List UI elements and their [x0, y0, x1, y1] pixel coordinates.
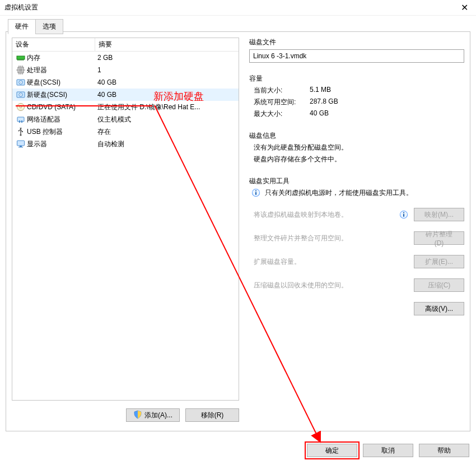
system-free-value: 287.8 GB [310, 97, 338, 107]
cpu-icon [15, 66, 27, 75]
svg-rect-5 [22, 59, 22, 61]
svg-rect-2 [18, 59, 19, 61]
remove-button-label: 移除(R) [201, 411, 224, 420]
disk-util-label: 磁盘实用工具 [249, 176, 464, 186]
disk-util-note: 只有关闭虚拟机电源时，才能使用磁盘实用工具。 [265, 188, 413, 198]
hw-device: 内存 [27, 53, 97, 63]
svg-rect-29 [22, 131, 23, 132]
add-button-label: 添加(A)... [144, 411, 172, 420]
tab-options[interactable]: 选项 [35, 19, 63, 34]
svg-rect-32 [20, 146, 22, 147]
svg-rect-26 [19, 120, 20, 123]
map-button[interactable]: 映射(M)... [414, 208, 464, 221]
hw-row[interactable]: 处理器1 [12, 64, 239, 76]
util-compact-text: 压缩磁盘以回收未使用的空间。 [254, 281, 414, 290]
hw-device: USB 控制器 [27, 127, 97, 137]
disk-file-label: 磁盘文件 [249, 38, 464, 47]
disk-file-field[interactable]: Linux 6 -3-1.vmdk [249, 49, 464, 63]
current-size-label: 当前大小: [254, 86, 310, 95]
disk-info-label: 磁盘信息 [249, 131, 464, 141]
hw-row[interactable]: USB 控制器存在 [12, 125, 239, 138]
svg-rect-27 [21, 120, 22, 123]
svg-rect-31 [17, 141, 25, 146]
hw-device: 新硬盘(SCSI) [27, 90, 97, 100]
hw-list-header: 设备 摘要 [12, 38, 239, 52]
hw-summary: 40 GB [97, 78, 239, 86]
svg-rect-3 [20, 59, 20, 61]
util-expand-text: 扩展磁盘容量。 [254, 257, 414, 267]
hw-device: 网络适配器 [27, 115, 97, 124]
disk-icon [15, 78, 27, 87]
svg-rect-25 [17, 117, 24, 122]
help-button[interactable]: 帮助 [419, 444, 469, 457]
hw-row[interactable]: CD/DVD (SATA)正在使用文件 D:\镜像\Red Hat E... [12, 101, 239, 113]
tab-hardware[interactable]: 硬件 [8, 19, 36, 34]
util-defrag-text: 整理文件碎片并整合可用空间。 [254, 234, 414, 243]
window-title: 虚拟机设置 [4, 3, 38, 12]
defrag-button[interactable]: 碎片整理(D) [414, 231, 464, 245]
tabs: 硬件 选项 [8, 19, 63, 34]
capacity-label: 容量 [249, 74, 464, 83]
dialog-buttons: 确定 取消 帮助 [307, 444, 469, 457]
current-size-value: 5.1 MB [310, 86, 331, 95]
cd-icon [15, 103, 27, 111]
hw-summary: 2 GB [97, 54, 239, 62]
util-map-text: 将该虚拟机磁盘映射到本地卷。 [254, 210, 399, 220]
hw-row[interactable]: 新硬盘(SCSI)40 GB [12, 89, 239, 101]
svg-point-22 [20, 94, 21, 95]
usb-icon [15, 127, 27, 136]
cancel-button[interactable]: 取消 [363, 444, 413, 457]
shield-icon [133, 410, 142, 421]
disk-info-line2: 硬盘内容存储在多个文件中。 [249, 155, 464, 164]
disk-info-line1: 没有为此硬盘预分配磁盘空间。 [249, 143, 464, 152]
hw-header-device: 设备 [12, 38, 95, 51]
info-icon [251, 188, 260, 199]
hw-device: CD/DVD (SATA) [27, 103, 97, 111]
svg-rect-33 [18, 147, 23, 147]
system-free-label: 系统可用空间: [254, 97, 310, 107]
hw-summary: 40 GB [97, 91, 239, 99]
hw-device: 硬盘(SCSI) [27, 78, 97, 87]
hw-summary: 存在 [97, 127, 239, 137]
info-icon [399, 210, 408, 219]
ok-button[interactable]: 确定 [307, 444, 357, 457]
close-icon[interactable]: ✕ [457, 1, 472, 15]
detail-panel: 磁盘文件 Linux 6 -3-1.vmdk 容量 当前大小: 5.1 MB 系… [239, 38, 464, 401]
svg-point-24 [20, 106, 21, 108]
hw-summary: 自动检测 [97, 140, 239, 149]
hw-row[interactable]: 内存2 GB [12, 52, 239, 64]
max-size-label: 最大大小: [254, 109, 310, 119]
svg-rect-4 [21, 59, 21, 61]
svg-point-40 [403, 212, 404, 213]
advanced-button[interactable]: 高级(V)... [414, 302, 464, 315]
svg-rect-8 [19, 68, 22, 72]
add-button[interactable]: 添加(A)... [126, 408, 180, 422]
svg-point-30 [18, 130, 19, 131]
svg-point-36 [255, 190, 256, 191]
remove-button[interactable]: 移除(R) [185, 408, 239, 422]
disk-icon [15, 90, 27, 99]
svg-rect-6 [23, 59, 24, 61]
svg-point-28 [20, 134, 21, 136]
hw-row[interactable]: 显示器自动检测 [12, 138, 239, 150]
hw-header-summary: 摘要 [95, 38, 239, 51]
disk-file-value: Linux 6 -3-1.vmdk [253, 52, 306, 60]
max-size-value: 40 GB [310, 109, 329, 119]
hw-row[interactable]: 硬盘(SCSI)40 GB [12, 76, 239, 89]
hw-summary: 1 [97, 66, 239, 74]
hardware-list: 设备 摘要 内存2 GB处理器1硬盘(SCSI)40 GB新硬盘(SCSI)40… [12, 38, 239, 401]
display-icon [15, 140, 27, 148]
compact-button[interactable]: 压缩(C) [414, 278, 464, 292]
net-icon [15, 115, 27, 124]
svg-point-19 [20, 82, 21, 83]
expand-button[interactable]: 扩展(E)... [414, 255, 464, 268]
svg-rect-37 [255, 192, 256, 196]
hardware-panel: 设备 摘要 内存2 GB处理器1硬盘(SCSI)40 GB新硬盘(SCSI)40… [12, 38, 239, 401]
hw-device: 显示器 [27, 140, 97, 149]
hw-summary: 正在使用文件 D:\镜像\Red Hat E... [97, 103, 239, 112]
dialog-frame: 设备 摘要 内存2 GB处理器1硬盘(SCSI)40 GB新硬盘(SCSI)40… [6, 31, 470, 431]
titlebar: 虚拟机设置 ✕ [0, 0, 476, 16]
hw-summary: 仅主机模式 [97, 115, 239, 124]
hw-row[interactable]: 网络适配器仅主机模式 [12, 113, 239, 125]
memory-icon [15, 53, 27, 62]
